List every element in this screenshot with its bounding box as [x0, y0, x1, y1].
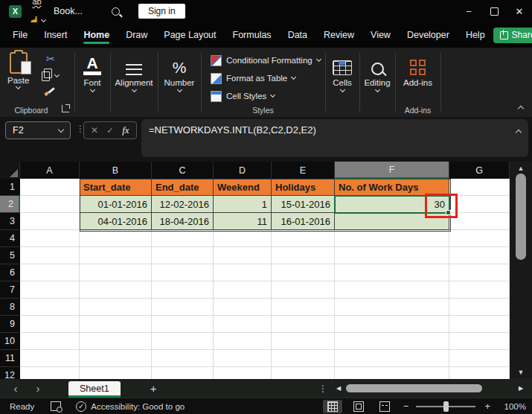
zoom-slider-thumb[interactable] — [443, 401, 449, 412]
maximize-button[interactable] — [481, 0, 507, 22]
cell-C2[interactable]: 12-02-2016 — [152, 196, 214, 213]
page-break-view-button[interactable] — [375, 400, 394, 413]
cell-B3[interactable]: 04-01-2016 — [80, 213, 152, 230]
page-layout-view-button[interactable] — [349, 400, 368, 413]
zoom-out-button[interactable]: − — [403, 401, 409, 412]
cell-E5[interactable] — [272, 247, 335, 264]
zoom-slider[interactable] — [416, 406, 475, 407]
cell-B6[interactable] — [80, 264, 152, 281]
cell-D11[interactable] — [214, 350, 272, 367]
cell-F10[interactable] — [335, 333, 449, 350]
formula-input[interactable]: =NETWORKDAYS.INTL(B2,C2,D2,E2) — [141, 119, 528, 157]
row-header-12[interactable]: 12 — [0, 367, 20, 379]
tab-draw[interactable]: Draw — [118, 24, 156, 46]
cell-D2[interactable]: 1 — [214, 196, 272, 213]
cell-B8[interactable] — [80, 299, 152, 316]
scroll-left-icon[interactable]: ◀ — [333, 385, 344, 392]
share-button[interactable]: Share — [493, 28, 532, 43]
select-all-button[interactable] — [0, 162, 20, 179]
cell-D5[interactable] — [214, 247, 272, 264]
horizontal-scrollbar[interactable]: ◀ ▶ — [333, 379, 526, 398]
row-header-4[interactable]: 4 — [0, 230, 20, 247]
cell-C7[interactable] — [152, 281, 214, 299]
cell-C11[interactable] — [152, 350, 214, 367]
font-menu-button[interactable]: A Font — [74, 48, 110, 117]
cell-D1[interactable]: Weekend — [214, 179, 272, 196]
cut-button[interactable]: ✂ — [46, 54, 55, 64]
sheet-options-icon[interactable]: ⋮ — [318, 383, 327, 394]
cell-G8[interactable] — [449, 299, 510, 316]
cell-B4[interactable] — [80, 230, 152, 247]
cell-C12[interactable] — [152, 367, 214, 379]
copy-button[interactable] — [43, 70, 59, 81]
tab-formulas[interactable]: Formulas — [225, 24, 280, 46]
cell-E1[interactable]: Holidays — [272, 179, 335, 196]
cell-F3[interactable] — [335, 213, 449, 230]
cell-B5[interactable] — [80, 247, 152, 264]
cell-E2[interactable]: 15-01-2016 — [272, 196, 335, 213]
tab-insert[interactable]: Insert — [36, 24, 75, 46]
cell-D4[interactable] — [214, 230, 272, 247]
cell-F11[interactable] — [335, 350, 449, 367]
cell-B1[interactable]: Start_date — [80, 179, 152, 196]
alignment-menu-button[interactable]: Alignment — [110, 48, 158, 117]
cell-A12[interactable] — [20, 367, 80, 379]
vertical-scrollbar[interactable]: ▲ ▼ — [510, 162, 532, 379]
cell-A4[interactable] — [20, 230, 80, 247]
row-header-1[interactable]: 1 — [0, 179, 20, 196]
normal-view-button[interactable] — [323, 400, 342, 413]
cell-C3[interactable]: 18-04-2016 — [152, 213, 214, 230]
row-header-2[interactable]: 2 — [0, 196, 20, 213]
column-header-A[interactable]: A — [20, 162, 80, 179]
cell-E9[interactable] — [272, 316, 335, 333]
format-as-table-button[interactable]: Format as Table — [201, 69, 325, 87]
row-header-10[interactable]: 10 — [0, 333, 20, 350]
cell-A5[interactable] — [20, 247, 80, 264]
cell-E4[interactable] — [272, 230, 335, 247]
cell-G1[interactable] — [449, 179, 510, 196]
column-header-G[interactable]: G — [449, 162, 510, 179]
column-header-E[interactable]: E — [272, 162, 335, 179]
cell-F7[interactable] — [335, 281, 449, 299]
row-header-8[interactable]: 8 — [0, 299, 20, 316]
number-menu-button[interactable]: % Number — [158, 48, 201, 117]
cell-G5[interactable] — [449, 247, 510, 264]
tab-view[interactable]: View — [362, 24, 399, 46]
cell-G7[interactable] — [449, 281, 510, 299]
cell-B7[interactable] — [80, 281, 152, 299]
cell-D8[interactable] — [214, 299, 272, 316]
cell-E7[interactable] — [272, 281, 335, 299]
row-header-3[interactable]: 3 — [0, 213, 20, 230]
scroll-down-icon[interactable]: ▼ — [510, 369, 532, 376]
column-header-B[interactable]: B — [80, 162, 152, 179]
cell-D6[interactable] — [214, 264, 272, 281]
cell-G12[interactable] — [449, 367, 510, 379]
cell-F1[interactable]: No. of Work Days — [335, 179, 449, 196]
cell-G9[interactable] — [449, 316, 510, 333]
cell-C4[interactable] — [152, 230, 214, 247]
cell-B12[interactable] — [80, 367, 152, 379]
cell-C1[interactable]: End_date — [152, 179, 214, 196]
cell-D9[interactable] — [214, 316, 272, 333]
cell-G2[interactable] — [449, 196, 510, 213]
sheet-tab-sheet1[interactable]: Sheet1 — [68, 381, 121, 398]
cell-A1[interactable] — [20, 179, 80, 196]
tab-home[interactable]: Home — [75, 24, 118, 46]
cell-A7[interactable] — [20, 281, 80, 299]
tab-developer[interactable]: Developer — [399, 24, 458, 46]
format-painter-button[interactable] — [45, 86, 54, 96]
search-button[interactable] — [106, 1, 125, 21]
cell-F8[interactable] — [335, 299, 449, 316]
name-box[interactable]: F2 — [5, 121, 71, 139]
cell-G11[interactable] — [449, 350, 510, 367]
cell-D3[interactable]: 11 — [214, 213, 272, 230]
horizontal-scrollbar-thumb[interactable] — [346, 384, 482, 392]
cell-G4[interactable] — [449, 230, 510, 247]
add-sheet-button[interactable]: + — [150, 382, 157, 395]
column-header-C[interactable]: C — [152, 162, 214, 179]
collapse-ribbon-button[interactable] — [518, 106, 524, 112]
replace-button[interactable]: ab — [28, 0, 46, 11]
row-header-7[interactable]: 7 — [0, 281, 20, 299]
cell-B10[interactable] — [80, 333, 152, 350]
macro-record-icon[interactable] — [51, 401, 61, 411]
